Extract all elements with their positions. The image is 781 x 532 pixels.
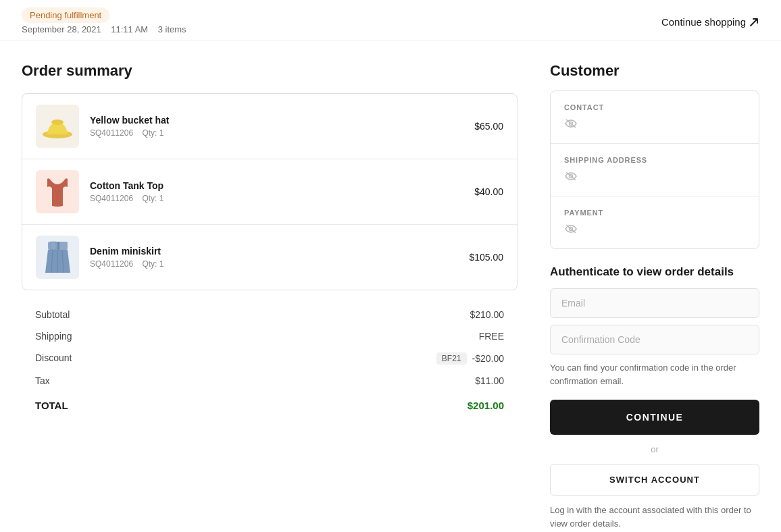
tax-row: Tax $11.00 (35, 370, 504, 392)
item-meta-skirt: SQ4011206 Qty: 1 (90, 259, 469, 269)
payment-eye-icon (564, 225, 578, 236)
total-label: TOTAL (35, 400, 68, 411)
item-price-tank: $40.00 (474, 186, 503, 197)
order-time: 11:11 AM (111, 24, 148, 34)
order-item: Denim miniskirt SQ4011206 Qty: 1 $105.00 (22, 225, 517, 290)
total-row: TOTAL $201.00 (35, 392, 504, 417)
main-layout: Order summary Yellow bucket hat SQ401120… (0, 41, 781, 532)
auth-section: Authenticate to view order details You c… (550, 265, 759, 530)
order-item: Yellow bucket hat SQ4011206 Qty: 1 $65.0… (22, 94, 517, 159)
switch-account-button[interactable]: SWITCH ACCOUNT (550, 464, 759, 496)
item-info-tank: Cotton Tank Top SQ4011206 Qty: 1 (90, 180, 474, 203)
svg-point-1 (51, 119, 64, 125)
payment-label: PAYMENT (564, 209, 745, 217)
top-bar-left: Pending fulfillment September 28, 2021 1… (22, 9, 186, 34)
pending-badge: Pending fulfillment (22, 7, 109, 23)
contact-eye-icon (564, 120, 578, 131)
continue-button[interactable]: CONTINUE (550, 400, 759, 435)
contact-section: CONTACT (551, 91, 759, 144)
discount-row-right: BF21 -$20.00 (436, 352, 504, 365)
shipping-label: Shipping (35, 331, 72, 342)
top-bar-meta: September 28, 2021 11:11 AM 3 items (22, 24, 186, 34)
auth-title: Authenticate to view order details (550, 265, 759, 279)
subtotal-value: $210.00 (470, 309, 504, 320)
item-image-hat (36, 105, 79, 148)
contact-label: CONTACT (564, 103, 745, 111)
external-link-icon (749, 17, 759, 28)
subtotal-row: Subtotal $210.00 (35, 304, 504, 325)
item-image-skirt (36, 236, 79, 279)
switch-hint: Log in with the account associated with … (550, 504, 759, 530)
auth-hint: You can find your confirmation code in t… (550, 361, 759, 388)
customer-info-box: CONTACT SHIPPING ADDRESS (550, 90, 759, 249)
right-column: Customer CONTACT SHIPPING ADDRESS (550, 62, 759, 530)
tax-label: Tax (35, 375, 50, 386)
left-column: Order summary Yellow bucket hat SQ401120… (22, 62, 518, 530)
item-meta-tank: SQ4011206 Qty: 1 (90, 194, 474, 203)
total-value: $201.00 (468, 400, 504, 411)
confirmation-code-input[interactable] (550, 325, 759, 354)
discount-value: -$20.00 (472, 353, 504, 364)
or-divider: or (550, 444, 759, 454)
order-date: September 28, 2021 (22, 24, 101, 34)
subtotal-label: Subtotal (35, 309, 70, 320)
shipping-section: SHIPPING ADDRESS (551, 144, 759, 196)
item-meta-hat: SQ4011206 Qty: 1 (90, 128, 474, 138)
shipping-address-label: SHIPPING ADDRESS (564, 156, 745, 164)
email-input[interactable] (550, 288, 759, 318)
item-price-skirt: $105.00 (469, 252, 503, 263)
item-name-hat: Yellow bucket hat (90, 115, 474, 126)
svg-rect-7 (57, 242, 59, 250)
discount-badge: BF21 (436, 352, 467, 365)
discount-row: Discount BF21 -$20.00 (35, 347, 504, 370)
order-summary-title: Order summary (22, 62, 518, 80)
tank-illustration (44, 175, 71, 209)
item-info-skirt: Denim miniskirt SQ4011206 Qty: 1 (90, 246, 469, 269)
top-bar: Pending fulfillment September 28, 2021 1… (0, 0, 781, 41)
shipping-eye-icon (564, 173, 578, 184)
totals-section: Subtotal $210.00 Shipping FREE Discount … (22, 290, 518, 417)
order-items-box: Yellow bucket hat SQ4011206 Qty: 1 $65.0… (22, 93, 518, 290)
order-items-count: 3 items (158, 24, 186, 34)
tax-value: $11.00 (475, 375, 504, 386)
shipping-value: FREE (479, 331, 504, 342)
shipping-row: Shipping FREE (35, 325, 504, 347)
hat-illustration (41, 113, 74, 140)
item-image-tank (36, 170, 79, 213)
item-info-hat: Yellow bucket hat SQ4011206 Qty: 1 (90, 115, 474, 138)
payment-section: PAYMENT (551, 196, 759, 248)
order-item: Cotton Tank Top SQ4011206 Qty: 1 $40.00 (22, 159, 517, 225)
continue-shopping-link[interactable]: Continue shopping (661, 16, 759, 28)
skirt-illustration (43, 240, 73, 274)
item-price-hat: $65.00 (474, 121, 503, 132)
item-name-tank: Cotton Tank Top (90, 180, 474, 191)
customer-title: Customer (550, 62, 759, 80)
discount-label: Discount (35, 352, 72, 365)
continue-shopping-label: Continue shopping (661, 16, 746, 28)
item-name-skirt: Denim miniskirt (90, 246, 469, 257)
